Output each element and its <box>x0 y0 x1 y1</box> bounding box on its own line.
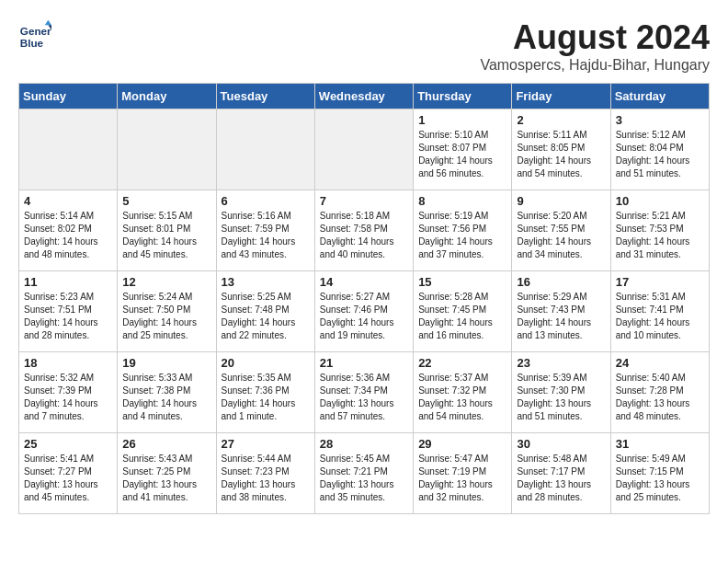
calendar-cell: 17Sunrise: 5:31 AM Sunset: 7:41 PM Dayli… <box>610 271 709 352</box>
cell-info: Sunrise: 5:25 AM Sunset: 7:48 PM Dayligh… <box>222 291 310 342</box>
cell-info: Sunrise: 5:39 AM Sunset: 7:30 PM Dayligh… <box>517 372 605 423</box>
calendar-cell: 24Sunrise: 5:40 AM Sunset: 7:28 PM Dayli… <box>610 352 709 433</box>
day-number: 28 <box>320 437 408 451</box>
day-number: 24 <box>616 356 704 370</box>
day-number: 12 <box>122 275 210 289</box>
calendar-cell: 12Sunrise: 5:24 AM Sunset: 7:50 PM Dayli… <box>118 271 216 352</box>
cell-info: Sunrise: 5:32 AM Sunset: 7:39 PM Dayligh… <box>24 372 112 423</box>
calendar-cell: 19Sunrise: 5:33 AM Sunset: 7:38 PM Dayli… <box>118 352 216 433</box>
calendar-cell: 26Sunrise: 5:43 AM Sunset: 7:25 PM Dayli… <box>118 433 216 514</box>
cell-info: Sunrise: 5:29 AM Sunset: 7:43 PM Dayligh… <box>517 291 605 342</box>
cell-info: Sunrise: 5:14 AM Sunset: 8:02 PM Dayligh… <box>24 210 112 261</box>
cell-info: Sunrise: 5:15 AM Sunset: 8:01 PM Dayligh… <box>122 210 210 261</box>
day-number: 13 <box>222 275 310 289</box>
cell-info: Sunrise: 5:41 AM Sunset: 7:27 PM Dayligh… <box>24 453 112 504</box>
day-number: 30 <box>517 437 605 451</box>
day-number: 18 <box>24 356 112 370</box>
calendar-cell: 15Sunrise: 5:28 AM Sunset: 7:45 PM Dayli… <box>414 271 512 352</box>
day-number: 25 <box>24 437 112 451</box>
cell-info: Sunrise: 5:24 AM Sunset: 7:50 PM Dayligh… <box>122 291 210 342</box>
calendar-cell: 22Sunrise: 5:37 AM Sunset: 7:32 PM Dayli… <box>414 352 512 433</box>
calendar-cell: 1Sunrise: 5:10 AM Sunset: 8:07 PM Daylig… <box>414 109 512 190</box>
day-number: 1 <box>418 113 506 127</box>
weekday-header-thursday: Thursday <box>414 84 512 109</box>
calendar-cell <box>314 109 413 190</box>
cell-info: Sunrise: 5:12 AM Sunset: 8:04 PM Dayligh… <box>616 129 704 180</box>
title-block: August 2024 Vamospercs, Hajdu-Bihar, Hun… <box>480 18 710 74</box>
cell-info: Sunrise: 5:21 AM Sunset: 7:53 PM Dayligh… <box>616 210 704 261</box>
cell-info: Sunrise: 5:10 AM Sunset: 8:07 PM Dayligh… <box>418 129 506 180</box>
calendar-cell: 27Sunrise: 5:44 AM Sunset: 7:23 PM Dayli… <box>216 433 314 514</box>
calendar-cell: 29Sunrise: 5:47 AM Sunset: 7:19 PM Dayli… <box>414 433 512 514</box>
calendar-cell: 18Sunrise: 5:32 AM Sunset: 7:39 PM Dayli… <box>19 352 118 433</box>
cell-info: Sunrise: 5:31 AM Sunset: 7:41 PM Dayligh… <box>616 291 704 342</box>
month-year-title: August 2024 <box>480 18 710 57</box>
day-number: 16 <box>517 275 605 289</box>
day-number: 27 <box>222 437 310 451</box>
calendar-cell: 31Sunrise: 5:49 AM Sunset: 7:15 PM Dayli… <box>610 433 709 514</box>
cell-info: Sunrise: 5:18 AM Sunset: 7:58 PM Dayligh… <box>320 210 408 261</box>
day-number: 8 <box>418 194 506 208</box>
weekday-header-saturday: Saturday <box>610 84 709 109</box>
cell-info: Sunrise: 5:43 AM Sunset: 7:25 PM Dayligh… <box>122 453 210 504</box>
calendar-cell: 9Sunrise: 5:20 AM Sunset: 7:55 PM Daylig… <box>512 190 610 271</box>
day-number: 5 <box>122 194 210 208</box>
day-number: 17 <box>616 275 704 289</box>
day-number: 29 <box>418 437 506 451</box>
day-number: 22 <box>418 356 506 370</box>
cell-info: Sunrise: 5:28 AM Sunset: 7:45 PM Dayligh… <box>418 291 506 342</box>
cell-info: Sunrise: 5:11 AM Sunset: 8:05 PM Dayligh… <box>517 129 605 180</box>
logo-icon: General Blue <box>18 18 51 52</box>
logo: General Blue General Blue <box>18 18 51 52</box>
day-number: 11 <box>24 275 112 289</box>
day-number: 23 <box>517 356 605 370</box>
day-number: 15 <box>418 275 506 289</box>
day-number: 3 <box>616 113 704 127</box>
cell-info: Sunrise: 5:49 AM Sunset: 7:15 PM Dayligh… <box>616 453 704 504</box>
day-number: 10 <box>616 194 704 208</box>
weekday-header-tuesday: Tuesday <box>216 84 314 109</box>
calendar-cell: 23Sunrise: 5:39 AM Sunset: 7:30 PM Dayli… <box>512 352 610 433</box>
calendar-cell: 6Sunrise: 5:16 AM Sunset: 7:59 PM Daylig… <box>216 190 314 271</box>
calendar-cell: 14Sunrise: 5:27 AM Sunset: 7:46 PM Dayli… <box>314 271 413 352</box>
cell-info: Sunrise: 5:45 AM Sunset: 7:21 PM Dayligh… <box>320 453 408 504</box>
calendar-cell: 11Sunrise: 5:23 AM Sunset: 7:51 PM Dayli… <box>19 271 118 352</box>
calendar-cell: 25Sunrise: 5:41 AM Sunset: 7:27 PM Dayli… <box>19 433 118 514</box>
calendar-cell: 30Sunrise: 5:48 AM Sunset: 7:17 PM Dayli… <box>512 433 610 514</box>
calendar-cell: 20Sunrise: 5:35 AM Sunset: 7:36 PM Dayli… <box>216 352 314 433</box>
svg-text:General: General <box>20 25 51 37</box>
day-number: 21 <box>320 356 408 370</box>
day-number: 31 <box>616 437 704 451</box>
calendar-cell: 13Sunrise: 5:25 AM Sunset: 7:48 PM Dayli… <box>216 271 314 352</box>
day-number: 4 <box>24 194 112 208</box>
day-number: 26 <box>122 437 210 451</box>
day-number: 7 <box>320 194 408 208</box>
svg-text:Blue: Blue <box>20 37 44 49</box>
calendar-cell <box>216 109 314 190</box>
calendar-cell: 10Sunrise: 5:21 AM Sunset: 7:53 PM Dayli… <box>610 190 709 271</box>
cell-info: Sunrise: 5:40 AM Sunset: 7:28 PM Dayligh… <box>616 372 704 423</box>
calendar-cell <box>118 109 216 190</box>
location-subtitle: Vamospercs, Hajdu-Bihar, Hungary <box>480 57 710 74</box>
cell-info: Sunrise: 5:36 AM Sunset: 7:34 PM Dayligh… <box>320 372 408 423</box>
calendar-cell: 4Sunrise: 5:14 AM Sunset: 8:02 PM Daylig… <box>19 190 118 271</box>
calendar-cell: 8Sunrise: 5:19 AM Sunset: 7:56 PM Daylig… <box>414 190 512 271</box>
day-number: 14 <box>320 275 408 289</box>
day-number: 2 <box>517 113 605 127</box>
day-number: 9 <box>517 194 605 208</box>
weekday-header-monday: Monday <box>118 84 216 109</box>
cell-info: Sunrise: 5:19 AM Sunset: 7:56 PM Dayligh… <box>418 210 506 261</box>
day-number: 6 <box>222 194 310 208</box>
calendar-cell: 16Sunrise: 5:29 AM Sunset: 7:43 PM Dayli… <box>512 271 610 352</box>
cell-info: Sunrise: 5:23 AM Sunset: 7:51 PM Dayligh… <box>24 291 112 342</box>
day-number: 20 <box>222 356 310 370</box>
calendar-cell: 7Sunrise: 5:18 AM Sunset: 7:58 PM Daylig… <box>314 190 413 271</box>
cell-info: Sunrise: 5:44 AM Sunset: 7:23 PM Dayligh… <box>222 453 310 504</box>
cell-info: Sunrise: 5:27 AM Sunset: 7:46 PM Dayligh… <box>320 291 408 342</box>
calendar-cell: 5Sunrise: 5:15 AM Sunset: 8:01 PM Daylig… <box>118 190 216 271</box>
day-number: 19 <box>122 356 210 370</box>
calendar-cell: 2Sunrise: 5:11 AM Sunset: 8:05 PM Daylig… <box>512 109 610 190</box>
weekday-header-sunday: Sunday <box>19 84 118 109</box>
cell-info: Sunrise: 5:37 AM Sunset: 7:32 PM Dayligh… <box>418 372 506 423</box>
weekday-header-wednesday: Wednesday <box>314 84 413 109</box>
